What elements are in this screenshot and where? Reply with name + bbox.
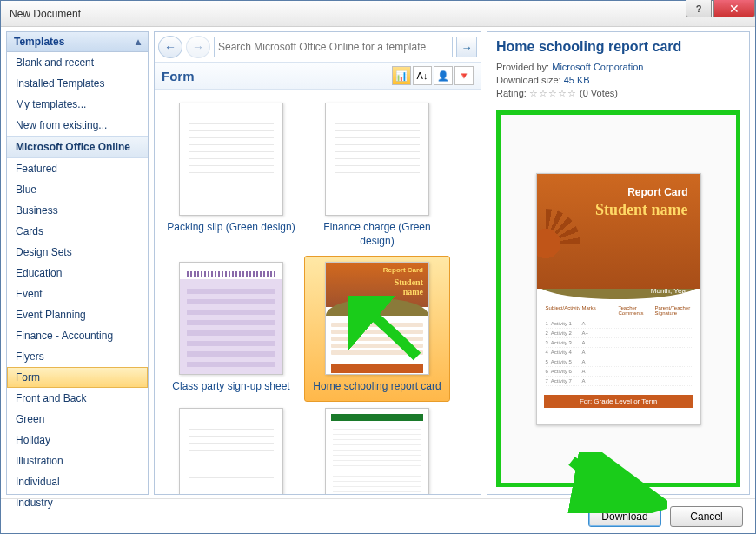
help-button[interactable]: ? xyxy=(686,0,712,17)
template-thumbnail xyxy=(179,103,283,216)
category-item[interactable]: Installed Templates xyxy=(7,73,148,94)
search-go-button[interactable]: → xyxy=(456,37,477,57)
search-input[interactable] xyxy=(214,37,453,57)
category-item[interactable]: Illustration xyxy=(7,451,148,471)
template-thumbnail xyxy=(179,262,283,375)
rating-label: Rating: xyxy=(496,88,527,98)
template-thumbnail xyxy=(325,408,429,494)
preview-table-row: 6 Activity 6A xyxy=(546,367,692,377)
category-item[interactable]: Form xyxy=(7,367,148,388)
sort-az-icon[interactable]: A↓ xyxy=(413,66,432,85)
category-item[interactable]: Event xyxy=(7,284,148,304)
category-item[interactable]: Education xyxy=(7,263,148,284)
preview-highlight-box: Report Card Student name Month, Year Sub… xyxy=(496,110,740,487)
category-item[interactable]: Front and Back xyxy=(7,388,148,409)
category-item[interactable]: Design Sets xyxy=(7,242,148,263)
category-item[interactable]: Blue xyxy=(7,179,148,200)
templates-scroll[interactable]: Packing slip (Green design)Finance charg… xyxy=(155,90,481,494)
category-item[interactable]: New from existing... xyxy=(7,115,148,136)
rating-votes: (0 Votes) xyxy=(580,88,618,98)
preview-month: Month, Year xyxy=(537,285,700,297)
details-title: Home schooling report card xyxy=(496,39,740,55)
preview-table-row: 7 Activity 7A xyxy=(546,377,692,386)
section-title: Form xyxy=(162,69,195,83)
template-item[interactable]: Report CardStudentnameHome schooling rep… xyxy=(304,256,450,402)
new-document-dialog: New Document ? ✕ Templates Blank and rec… xyxy=(0,0,756,534)
preview-footer: For: Grade Level or Term xyxy=(544,395,693,408)
titlebar: New Document ? ✕ xyxy=(1,1,755,27)
template-item[interactable]: Field trip permission slip xyxy=(304,402,450,494)
provided-by-label: Provided by: xyxy=(496,62,549,72)
category-item[interactable]: Blank and recent xyxy=(7,52,148,73)
dialog-footer: Download Cancel xyxy=(1,498,755,533)
preview-table-row: 2 Activity 2A+ xyxy=(546,329,692,338)
template-thumbnail xyxy=(325,103,429,216)
template-preview: Report Card Student name Month, Year Sub… xyxy=(536,173,701,425)
category-item[interactable]: Holiday xyxy=(7,430,148,451)
preview-table-row: 4 Activity 4A xyxy=(546,348,692,357)
preview-table-row: 5 Activity 5A xyxy=(546,357,692,367)
template-thumbnail xyxy=(179,408,283,494)
window-title: New Document xyxy=(4,8,81,20)
preview-table-row: 3 Activity 3A xyxy=(546,338,692,348)
template-label: Class party sign-up sheet xyxy=(169,380,293,394)
category-item[interactable]: Individual xyxy=(7,471,148,492)
view-sort-icon[interactable]: 📊 xyxy=(392,66,411,85)
template-label: Home schooling report card xyxy=(309,380,444,394)
category-item[interactable]: Cards xyxy=(7,221,148,242)
templates-panel: ← → → Form 📊 A↓ 👤 🔻 Packing slip (Green … xyxy=(154,31,481,495)
preview-heading: Report Card xyxy=(537,174,700,202)
user-icon[interactable]: 👤 xyxy=(434,66,453,85)
sidebar-header[interactable]: Templates xyxy=(7,32,148,52)
category-item[interactable]: Microsoft Office Online xyxy=(7,136,148,158)
download-button[interactable]: Download xyxy=(588,506,661,527)
cancel-button[interactable]: Cancel xyxy=(670,506,743,527)
category-item[interactable]: Event Planning xyxy=(7,304,148,325)
category-item[interactable]: Finance - Accounting xyxy=(7,325,148,346)
category-item[interactable]: Business xyxy=(7,200,148,221)
template-item[interactable]: Class party sign-up sheet xyxy=(158,256,304,402)
template-label: Finance charge (Green design) xyxy=(308,221,446,248)
details-panel: Home schooling report card Provided by: … xyxy=(487,31,750,495)
nav-forward-button[interactable]: → xyxy=(186,36,210,58)
category-sidebar: Templates Blank and recentInstalled Temp… xyxy=(6,31,149,495)
category-item[interactable]: Green xyxy=(7,409,148,430)
filter-icon[interactable]: 🔻 xyxy=(454,66,474,85)
preview-table-row: 1 Activity 1A+ xyxy=(546,319,692,329)
category-item[interactable]: My templates... xyxy=(7,94,148,115)
template-item[interactable]: Packing slip (Green design) xyxy=(158,97,304,256)
download-size-value: 45 KB xyxy=(564,75,590,85)
template-thumbnail: Report CardStudentname xyxy=(325,262,429,375)
nav-back-button[interactable]: ← xyxy=(158,36,182,58)
template-item[interactable]: Finance charge (Green design) xyxy=(304,97,450,256)
rating-stars: ☆☆☆☆☆ xyxy=(529,88,577,99)
close-button[interactable]: ✕ xyxy=(713,0,755,17)
category-item[interactable]: Flyers xyxy=(7,346,148,367)
category-list: Blank and recentInstalled TemplatesMy te… xyxy=(7,52,148,513)
category-item[interactable]: Featured xyxy=(7,158,148,179)
provided-by-value: Microsoft Corporation xyxy=(552,62,643,72)
template-item[interactable]: School field trip permission slip xyxy=(158,402,304,494)
download-size-label: Download size: xyxy=(496,75,561,85)
template-label: Packing slip (Green design) xyxy=(163,221,298,235)
